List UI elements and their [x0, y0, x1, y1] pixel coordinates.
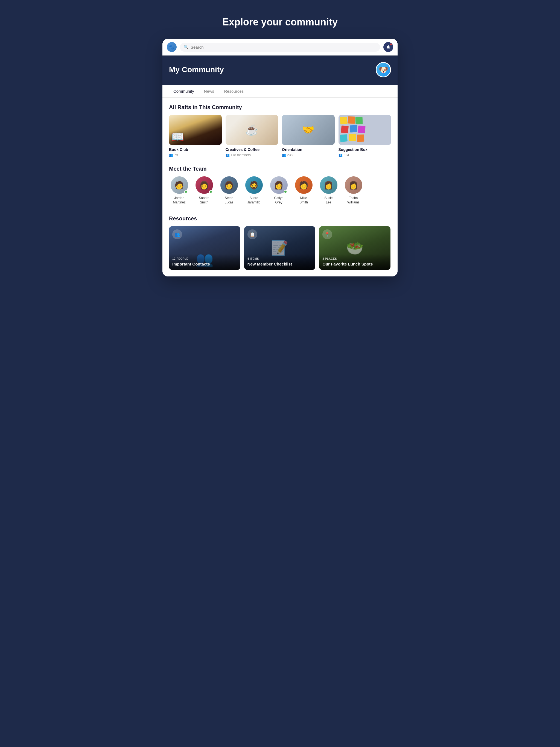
team-member-audre[interactable]: 🧔 AudreJaramillo	[244, 176, 264, 205]
rafts-grid: 📖 Book Club 👥 79 ☕ Creatives & Coffee	[169, 115, 391, 157]
resource-card-contacts[interactable]: 👥 👥 12 PEOPLE Important Contacts	[169, 226, 240, 270]
resources-section: Resources 👥 👥 12 PEOPLE	[169, 215, 391, 270]
notification-button[interactable]	[383, 42, 393, 52]
tab-community[interactable]: Community	[169, 85, 199, 97]
team-member-mike[interactable]: 🧑 MikeSmith	[294, 176, 314, 205]
community-title: My Community	[169, 66, 224, 74]
team-name-audre: AudreJaramillo	[247, 196, 260, 205]
raft-name-orientation: Orientation	[282, 147, 335, 152]
raft-name-suggestion-box: Suggestion Box	[338, 147, 391, 152]
resource-title-contacts: Important Contacts	[172, 261, 237, 267]
raft-name-book-club: Book Club	[169, 147, 222, 152]
tab-bar: Community News Resources	[162, 85, 398, 98]
resources-section-title: Resources	[169, 215, 391, 222]
members-icon: 👥	[282, 153, 286, 157]
resource-meta-lunch: 8 PLACES	[322, 257, 387, 260]
team-avatar-wrap-catlyn: 👩	[270, 176, 288, 194]
team-member-catlyn[interactable]: 👩 CatlynGrey	[269, 176, 289, 205]
community-header: My Community 🐶	[162, 55, 398, 85]
team-avatar-wrap-mike: 🧑	[295, 176, 312, 194]
raft-image-suggestion-box	[338, 115, 391, 145]
team-member-sandra[interactable]: 👩 SandraSmith	[194, 176, 214, 205]
team-avatar-wrap-tasha: 👩	[345, 176, 362, 194]
resource-title-lunch: Our Favorite Lunch Spots	[322, 261, 387, 267]
resource-card-lunch[interactable]: 🥗 📍 8 PLACES Our Favorite Lunch Spots	[319, 226, 390, 270]
team-name-jordan: JordanMartinez	[173, 196, 185, 205]
team-member-tasha[interactable]: 👩 TashaWilliams	[343, 176, 364, 205]
online-indicator-catlyn	[284, 190, 287, 193]
team-grid: 🧑 JordanMartinez 👩 SandraSmith	[169, 176, 391, 207]
search-bar[interactable]: 🔍	[180, 43, 380, 52]
team-name-steph: StephLucas	[225, 196, 233, 205]
team-name-susie: SusieLee	[324, 196, 332, 205]
raft-card-suggestion-box[interactable]: Suggestion Box 👥 324	[338, 115, 391, 157]
user-avatar[interactable]: 🐾	[167, 42, 177, 52]
team-member-steph[interactable]: 👩 StephLucas	[219, 176, 239, 205]
resource-meta-contacts: 12 PEOPLE	[172, 257, 237, 260]
team-avatar-audre: 🧔	[245, 176, 263, 194]
members-icon: 👥	[226, 153, 230, 157]
team-avatar-wrap-susie: 👩	[320, 176, 337, 194]
team-name-tasha: TashaWilliams	[347, 196, 360, 205]
resource-card-checklist[interactable]: 📝 📋 4 ITEMS New Member Checklist	[244, 226, 315, 270]
community-avatar: 🐶	[376, 62, 391, 77]
raft-members-suggestion-box: 👥 324	[338, 153, 391, 157]
raft-members-creatives-coffee: 👥 178 members	[226, 153, 278, 157]
resources-grid: 👥 👥 12 PEOPLE Important Contacts 📝	[169, 226, 391, 270]
tab-resources[interactable]: Resources	[220, 85, 248, 97]
resource-overlay-checklist: 4 ITEMS New Member Checklist	[244, 254, 315, 270]
raft-members-orientation: 👥 238	[282, 153, 335, 157]
search-input[interactable]	[190, 45, 376, 50]
online-indicator-jordan	[184, 190, 187, 193]
resource-icon-checklist: 📋	[248, 229, 257, 239]
raft-image-book-club: 📖	[169, 115, 222, 145]
raft-image-orientation: 🤝	[282, 115, 335, 145]
resource-overlay-lunch: 8 PLACES Our Favorite Lunch Spots	[319, 254, 390, 270]
raft-name-creatives-coffee: Creatives & Coffee	[226, 147, 278, 152]
bell-icon	[386, 45, 391, 50]
resource-meta-checklist: 4 ITEMS	[248, 257, 312, 260]
team-section-title: Meet the Team	[169, 166, 391, 172]
tab-news[interactable]: News	[200, 85, 219, 97]
team-avatar-wrap-steph: 👩	[221, 176, 238, 194]
team-section: Meet the Team 🧑 JordanMartinez	[169, 166, 391, 207]
team-avatar-susie: 👩	[320, 176, 337, 194]
top-bar: 🐾 🔍	[162, 39, 398, 55]
team-avatar-wrap-jordan: 🧑	[171, 176, 188, 194]
main-content: All Rafts in This Community 📖 Book Club …	[162, 98, 398, 277]
raft-card-creatives-coffee[interactable]: ☕ Creatives & Coffee 👥 178 members	[226, 115, 278, 157]
resource-title-checklist: New Member Checklist	[248, 261, 312, 267]
team-avatar-mike: 🧑	[295, 176, 312, 194]
team-name-mike: MikeSmith	[299, 196, 308, 205]
team-member-jordan[interactable]: 🧑 JordanMartinez	[169, 176, 189, 205]
members-icon: 👥	[169, 153, 173, 157]
team-member-susie[interactable]: 👩 SusieLee	[318, 176, 339, 205]
online-indicator-sandra	[209, 190, 212, 193]
raft-card-book-club[interactable]: 📖 Book Club 👥 79	[169, 115, 222, 157]
members-icon: 👥	[338, 153, 342, 157]
team-name-catlyn: CatlynGrey	[274, 196, 283, 205]
raft-card-orientation[interactable]: 🤝 Orientation 👥 238	[282, 115, 335, 157]
raft-image-creatives-coffee: ☕	[226, 115, 278, 145]
team-name-sandra: SandraSmith	[199, 196, 209, 205]
raft-members-book-club: 👥 79	[169, 153, 222, 157]
team-avatar-tasha: 👩	[345, 176, 362, 194]
team-avatar-wrap-sandra: 👩	[196, 176, 213, 194]
team-avatar-wrap-audre: 🧔	[245, 176, 263, 194]
rafts-section: All Rafts in This Community 📖 Book Club …	[169, 104, 391, 157]
page-title: Explore your community	[222, 17, 338, 28]
resource-overlay-contacts: 12 PEOPLE Important Contacts	[169, 254, 240, 270]
search-icon: 🔍	[184, 45, 188, 49]
rafts-section-title: All Rafts in This Community	[169, 104, 391, 110]
app-container: 🐾 🔍 My Community 🐶 Community News Resour…	[162, 39, 398, 277]
team-avatar-steph: 👩	[221, 176, 238, 194]
notification-dot	[390, 43, 392, 45]
